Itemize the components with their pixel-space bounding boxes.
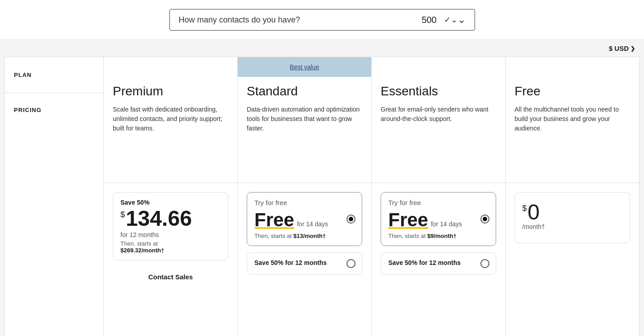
currency-dropdown[interactable]: $ USD ❯	[609, 45, 635, 52]
standard-free-suffix: for 14 days	[297, 220, 328, 228]
premium-price-sup: $	[120, 211, 125, 219]
premium-pricing-area: Save 50% $ 134.66 for 12 months Then, st…	[104, 183, 237, 336]
essentials-then-starts: Then, starts at $9/month†	[388, 233, 489, 239]
standard-plan-header: Standard Data-driven automation and opti…	[238, 77, 371, 183]
pricing-section-label: PRICING	[14, 107, 41, 113]
essentials-pricing-area: Try for free Free for 14 days Then, star…	[372, 183, 505, 336]
contacts-selector-bar: How many contacts do you have? 500 ✓⌄ ⌄	[0, 0, 644, 40]
table-wrapper: PLAN PRICING Premium Scale fast with ded…	[4, 57, 640, 336]
standard-pricing-area: Try for free Free for 14 days Then, star…	[238, 183, 371, 336]
pricing-table: PLAN PRICING Premium Scale fast with ded…	[0, 57, 644, 336]
standard-then-starts: Then, starts at $13/month†	[254, 233, 355, 239]
premium-then-price: $269.32/month†	[120, 247, 164, 254]
essentials-free-suffix: for 14 days	[431, 220, 462, 228]
currency-chevron-icon: ❯	[631, 45, 635, 52]
premium-then-starts: Then, starts at $269.32/month†	[120, 240, 221, 254]
pricing-section-label-cell: PRICING	[5, 93, 103, 336]
contacts-value: 500	[422, 15, 436, 25]
standard-free-text: Free	[254, 209, 294, 231]
best-value-header: Best value	[238, 57, 371, 77]
premium-then-label: Then, starts at	[120, 240, 158, 247]
premium-price-value: 134.66	[126, 208, 192, 229]
standard-save-radio[interactable]	[346, 259, 355, 268]
essentials-save-badge: Save 50% for 12 months	[388, 259, 489, 266]
standard-then-label: Then, starts at	[254, 233, 292, 239]
essentials-then-price: $9/month†	[427, 233, 457, 239]
free-plan-description: All the multichannel tools you need to b…	[515, 105, 630, 133]
premium-save-badge: Save 50%	[120, 199, 221, 206]
standard-free-price-row: Free for 14 days	[254, 209, 355, 231]
standard-plan-name: Standard	[247, 84, 362, 99]
contacts-question-label: How many contacts do you have?	[179, 15, 422, 25]
essentials-plan-name: Essentials	[381, 84, 496, 99]
standard-then-price: $13/month†	[293, 233, 326, 239]
essentials-free-price-row: Free for 14 days	[388, 209, 489, 231]
contact-sales-button[interactable]: Contact Sales	[113, 267, 228, 287]
standard-save-card[interactable]: Save 50% for 12 months	[247, 252, 362, 275]
currency-label: $ USD	[609, 45, 629, 52]
standard-free-trial-radio[interactable]	[346, 215, 355, 224]
premium-price-period: for 12 months	[120, 231, 221, 238]
free-price-period: /month†	[522, 223, 622, 230]
essentials-plan-header: Essentials Great for email-only senders …	[372, 77, 505, 183]
free-price-zero: 0	[528, 202, 540, 223]
standard-plan-description: Data-driven automation and optimization …	[247, 105, 362, 133]
chevron-down-icon: ✓⌄	[444, 15, 457, 25]
plan-section-label-cell: PLAN	[5, 57, 103, 93]
premium-plan-header: Premium Scale fast with dedicated onboar…	[104, 77, 237, 183]
premium-pricing-card[interactable]: Save 50% $ 134.66 for 12 months Then, st…	[113, 192, 228, 260]
essentials-plan-description: Great for email-only senders who want ar…	[381, 105, 496, 124]
essentials-save-card[interactable]: Save 50% for 12 months	[381, 252, 496, 275]
plan-column-essentials: Essentials Great for email-only senders …	[372, 57, 506, 336]
premium-plan-description: Scale fast with dedicated onboarding, un…	[113, 105, 228, 133]
standard-save-badge: Save 50% for 12 months	[254, 259, 355, 266]
plan-header-spacer-free	[506, 57, 639, 77]
essentials-save-radio[interactable]	[480, 259, 489, 268]
plan-header-spacer-premium	[104, 57, 237, 77]
free-plan-name: Free	[515, 84, 630, 99]
free-pricing-area: $ 0 /month† Sign Up Free	[506, 183, 639, 336]
label-column: PLAN PRICING	[5, 57, 104, 336]
currency-bar: $ USD ❯	[0, 40, 644, 57]
essentials-free-trial-card[interactable]: Try for free Free for 14 days Then, star…	[381, 192, 496, 246]
plan-column-free: Free All the multichannel tools you need…	[506, 57, 639, 336]
premium-price-main: $ 134.66	[120, 208, 221, 229]
free-plan-header: Free All the multichannel tools you need…	[506, 77, 639, 183]
essentials-free-trial-radio[interactable]	[480, 215, 489, 224]
dropdown-chevron-icon: ⌄	[457, 14, 466, 26]
essentials-try-free-label: Try for free	[388, 199, 489, 206]
essentials-free-text: Free	[388, 209, 428, 231]
plan-column-standard: Best value Standard Data-driven automati…	[238, 57, 372, 336]
contacts-dropdown[interactable]: How many contacts do you have? 500 ✓⌄ ⌄	[169, 9, 475, 31]
plan-section-label: PLAN	[14, 72, 32, 78]
standard-free-trial-card[interactable]: Try for free Free for 14 days Then, star…	[247, 192, 362, 246]
free-price-main: $ 0	[522, 202, 622, 223]
premium-plan-name: Premium	[113, 84, 228, 99]
plan-column-premium: Premium Scale fast with dedicated onboar…	[104, 57, 238, 336]
plan-header-spacer-essentials	[372, 57, 505, 77]
essentials-then-label: Then, starts at	[388, 233, 426, 239]
free-price-sup: $	[522, 204, 527, 212]
free-zero-card: $ 0 /month†	[515, 192, 630, 243]
standard-try-free-label: Try for free	[254, 199, 355, 206]
